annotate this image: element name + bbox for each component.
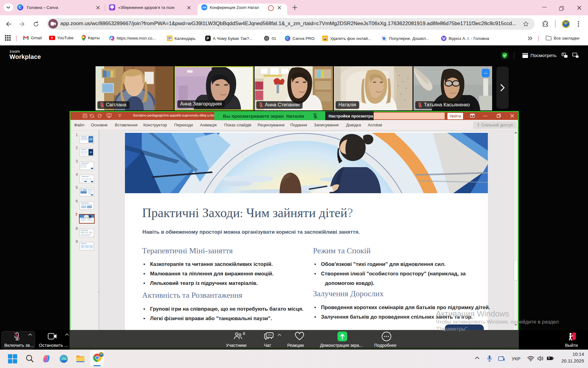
- svg-text:C: C: [286, 36, 289, 40]
